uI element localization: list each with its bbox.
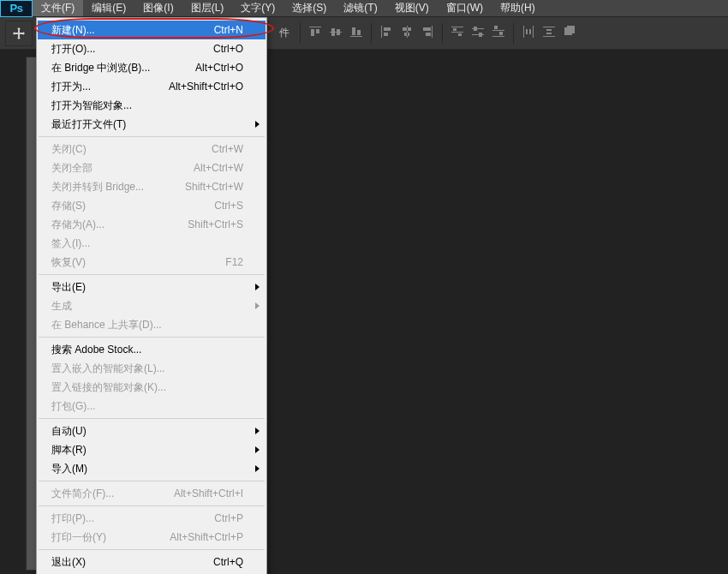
menu-item-shortcut: Alt+Shift+Ctrl+O [169, 81, 243, 93]
menu-item-shortcut: Shift+Ctrl+W [185, 181, 243, 193]
menu-item: 关闭并转到 Bridge...Shift+Ctrl+W [38, 177, 266, 196]
menu-item[interactable]: 导入(M) [38, 459, 266, 478]
align-vc-button[interactable] [326, 24, 345, 43]
menu-item-label: 最近打开文件(T) [51, 117, 126, 132]
menu-item-label: 导出(E) [51, 280, 86, 295]
align-center-group [377, 17, 437, 49]
menu-item-label: 打开为智能对象... [51, 99, 132, 113]
menu-滤镜(t)[interactable]: 滤镜(T) [335, 0, 385, 16]
menu-item-label: 打包(G)... [51, 399, 95, 414]
menu-item[interactable]: 脚本(R) [38, 440, 266, 459]
menu-图像(i)[interactable]: 图像(I) [134, 0, 182, 16]
dist-bottom-button[interactable] [489, 24, 508, 43]
menu-item[interactable]: 搜索 Adobe Stock... [38, 340, 266, 359]
menu-item-shortcut: Alt+Shift+Ctrl+P [170, 531, 243, 543]
menu-item-label: 存储为(A)... [51, 218, 104, 232]
align-edge-group [306, 17, 366, 49]
app-logo: Ps [0, 0, 33, 17]
menu-item-label: 恢复(V) [51, 255, 86, 270]
menu-item: 打印(P)...Ctrl+P [38, 509, 266, 528]
align-top-icon [308, 25, 322, 41]
menu-item-label: 打开为... [51, 80, 91, 94]
menu-item[interactable]: 打开(O)...Ctrl+O [38, 39, 266, 58]
menu-item-label: 搜索 Adobe Stock... [51, 343, 141, 357]
menu-item-shortcut: Ctrl+Q [213, 556, 243, 568]
menu-窗口(w)[interactable]: 窗口(W) [438, 0, 492, 16]
menu-item: 签入(I)... [38, 234, 266, 253]
menu-item-label: 置入嵌入的智能对象(L)... [51, 362, 165, 376]
align-left-button[interactable] [377, 24, 396, 43]
menu-视图(v)[interactable]: 视图(V) [386, 0, 438, 16]
menu-item-shortcut: Alt+Ctrl+W [194, 162, 243, 174]
menu-item[interactable]: 自动(U) [38, 422, 266, 440]
distribute-spacing-group [519, 17, 579, 49]
menu-item[interactable]: 导出(E) [38, 278, 266, 296]
menu-item-shortcut: Alt+Shift+Ctrl+I [174, 487, 243, 499]
threed-icon [563, 25, 576, 41]
submenu-arrow-icon [255, 465, 260, 472]
menu-item[interactable]: 在 Bridge 中浏览(B)...Alt+Ctrl+O [38, 58, 266, 77]
menu-图层(l)[interactable]: 图层(L) [182, 0, 233, 16]
menu-item: 生成 [38, 296, 266, 315]
menu-item-label: 打印一份(Y) [51, 530, 106, 545]
align-top-button[interactable] [306, 24, 325, 43]
menu-item-shortcut: F12 [225, 256, 243, 268]
menu-文件(f)[interactable]: 文件(F) [33, 0, 83, 16]
menu-item-shortcut: Ctrl+N [214, 24, 243, 36]
menu-separator [39, 337, 265, 338]
menu-item-label: 在 Behance 上共享(D)... [51, 318, 162, 332]
dist-bottom-icon [492, 25, 505, 41]
divider-icon [442, 23, 443, 44]
menu-item-label: 置入链接的智能对象(K)... [51, 380, 166, 395]
menu-item[interactable]: 退出(X)Ctrl+Q [38, 553, 266, 571]
dist-top-button[interactable] [448, 24, 467, 43]
menu-separator [39, 274, 265, 275]
align-vc-icon [329, 25, 343, 41]
menu-item[interactable]: 最近打开文件(T) [38, 115, 266, 134]
menu-item-label: 签入(I)... [51, 236, 90, 251]
menu-separator [39, 136, 265, 137]
menu-separator [39, 418, 265, 419]
menu-item-label: 导入(M) [51, 462, 87, 476]
submenu-arrow-icon [255, 284, 260, 290]
menu-item-label: 脚本(R) [51, 443, 87, 457]
menu-item-shortcut: Alt+Ctrl+O [195, 62, 243, 74]
menu-编辑(e)[interactable]: 编辑(E) [83, 0, 134, 16]
dist-vc-button[interactable] [468, 24, 487, 43]
active-tool-indicator[interactable] [5, 21, 33, 46]
menu-item-label: 打印(P)... [51, 511, 94, 526]
menu-item: 置入链接的智能对象(K)... [38, 378, 266, 397]
menu-item-label: 文件简介(F)... [51, 487, 114, 501]
menu-item-label: 自动(U) [51, 424, 87, 439]
file-menu-dropdown: 新建(N)...Ctrl+N打开(O)...Ctrl+O在 Bridge 中浏览… [36, 17, 267, 574]
menu-item-label: 关闭全部 [51, 161, 92, 176]
menu-文字(y)[interactable]: 文字(Y) [232, 0, 283, 16]
threed-button[interactable] [560, 24, 579, 43]
submenu-arrow-icon [255, 428, 260, 434]
align-bottom-button[interactable] [347, 24, 366, 43]
align-hc-button[interactable] [397, 24, 416, 43]
menu-item: 文件简介(F)...Alt+Shift+Ctrl+I [38, 484, 266, 503]
menu-item[interactable]: 打开为...Alt+Shift+Ctrl+O [38, 77, 266, 96]
submenu-arrow-icon [255, 302, 260, 309]
menu-item-shortcut: Ctrl+O [213, 43, 243, 55]
submenu-arrow-icon [255, 121, 260, 128]
dist-v-button[interactable] [540, 24, 558, 43]
dist-vc-icon [471, 25, 485, 41]
menu-item-label: 关闭(C) [51, 142, 87, 157]
dist-top-icon [451, 25, 464, 41]
menu-item-shortcut: Ctrl+W [212, 143, 243, 155]
menu-separator [39, 505, 265, 506]
menu-item[interactable]: 打开为智能对象... [38, 96, 266, 115]
menu-item[interactable]: 新建(N)...Ctrl+N [38, 21, 266, 39]
menu-item-label: 在 Bridge 中浏览(B)... [51, 61, 150, 75]
menu-item-label: 关闭并转到 Bridge... [51, 180, 144, 194]
menu-选择(s)[interactable]: 选择(S) [283, 0, 335, 16]
align-right-button[interactable] [418, 24, 437, 43]
dist-v-icon [542, 25, 556, 41]
dist-h-button[interactable] [519, 24, 538, 43]
menu-item: 置入嵌入的智能对象(L)... [38, 359, 266, 378]
menu-item: 关闭全部Alt+Ctrl+W [38, 158, 266, 177]
menu-帮助(h)[interactable]: 帮助(H) [492, 0, 544, 16]
options-label-fragment: 件 [279, 17, 295, 49]
